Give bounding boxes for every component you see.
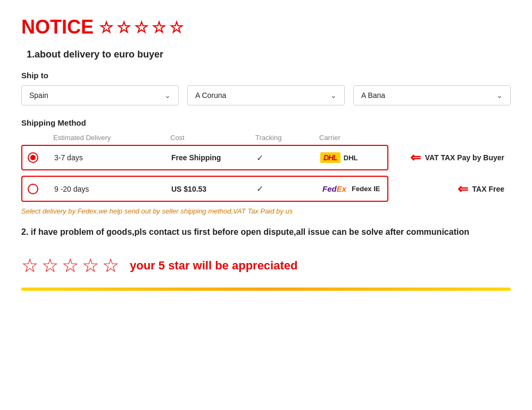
radio-button-dhl[interactable] xyxy=(28,152,38,163)
country-value: Spain xyxy=(29,91,48,100)
notice-title: NOTICE ☆ ☆ ☆ ☆ ☆ xyxy=(21,16,511,38)
section1-heading: 1.about delivery to euro buyer xyxy=(27,49,511,60)
arrow-left-icon-2: ⇐ xyxy=(458,182,468,196)
vat-tax-label: ⇐ VAT TAX Pay by Buyer xyxy=(410,150,504,165)
table-row[interactable]: 9 -20 days US $10.53 ✓ FedEx Fedex IE ⇐ … xyxy=(21,176,388,202)
delivery-days-dhl: 3-7 days xyxy=(54,153,171,162)
star-icon-3: ☆ xyxy=(134,18,148,37)
table-row[interactable]: 3-7 days Free Shipping ✓ DHL DHL ⇐ VAT T… xyxy=(21,145,388,170)
bottom-star-1: ☆ xyxy=(21,255,38,277)
chevron-down-icon: ⌄ xyxy=(496,91,503,100)
bottom-star-5: ☆ xyxy=(102,255,119,277)
cost-dhl: Free Shipping xyxy=(171,153,256,162)
col-estimated-delivery: Estimated Delivery xyxy=(53,134,170,142)
col-cost: Cost xyxy=(170,134,255,142)
city-dropdown[interactable]: A Bana ⌄ xyxy=(353,85,511,105)
chevron-down-icon: ⌄ xyxy=(330,91,337,100)
col-tracking: Tracking xyxy=(255,134,319,142)
shipping-method-label: Shipping Method xyxy=(21,118,511,127)
region-value: A Coruna xyxy=(195,91,226,100)
carrier-name-dhl: DHL xyxy=(344,154,358,162)
delivery-days-fedex: 9 -20 days xyxy=(54,185,171,193)
dhl-logo: DHL xyxy=(320,152,340,163)
ship-to-label: Ship to xyxy=(21,71,511,80)
bottom-section: ☆ ☆ ☆ ☆ ☆ your 5 star will be appreciate… xyxy=(21,255,511,277)
bottom-star-3: ☆ xyxy=(62,255,79,277)
carrier-name-fedex: Fedex IE xyxy=(352,185,380,193)
col-carrier: Carrier xyxy=(319,134,426,142)
fedex-logo: FedEx xyxy=(320,183,348,194)
fedex-note: Select delivery by Fedex,we help send ou… xyxy=(21,207,511,215)
vat-tax-text: VAT TAX Pay by Buyer xyxy=(425,153,504,162)
bottom-star-2: ☆ xyxy=(41,255,59,277)
title-stars: ☆ ☆ ☆ ☆ ☆ xyxy=(99,18,184,37)
city-value: A Bana xyxy=(361,91,385,100)
arrow-left-icon: ⇐ xyxy=(410,150,421,165)
tax-free-label: ⇐ TAX Free xyxy=(458,182,504,196)
star-icon-2: ☆ xyxy=(117,18,131,37)
check-icon-dhl: ✓ xyxy=(256,153,320,163)
chevron-down-icon: ⌄ xyxy=(164,91,171,100)
dropdowns-row: Spain ⌄ A Coruna ⌄ A Bana ⌄ xyxy=(21,85,511,105)
radio-button-fedex[interactable] xyxy=(28,184,38,194)
page-container: NOTICE ☆ ☆ ☆ ☆ ☆ 1.about delivery to eur… xyxy=(21,16,511,291)
tax-free-text: TAX Free xyxy=(472,185,504,193)
check-icon-fedex: ✓ xyxy=(256,184,320,194)
carrier-fedex: FedEx Fedex IE xyxy=(320,183,427,194)
shipping-rows-container: 3-7 days Free Shipping ✓ DHL DHL ⇐ VAT T… xyxy=(21,145,388,202)
star-icon-5: ☆ xyxy=(169,18,184,37)
section2-text: 2. if have problem of goods,pls contact … xyxy=(21,226,511,239)
star-icon-1: ☆ xyxy=(99,18,113,37)
country-dropdown[interactable]: Spain ⌄ xyxy=(21,85,179,105)
gold-bar xyxy=(21,288,511,291)
table-header: Estimated Delivery Cost Tracking Carrier xyxy=(21,134,511,142)
notice-label: NOTICE xyxy=(21,16,94,38)
star-icon-4: ☆ xyxy=(152,18,166,37)
bottom-star-4: ☆ xyxy=(82,255,99,277)
region-dropdown[interactable]: A Coruna ⌄ xyxy=(187,85,345,105)
appreciation-stars: ☆ ☆ ☆ ☆ ☆ xyxy=(21,255,119,277)
appreciation-text: your 5 star will be appreciated xyxy=(130,259,297,273)
cost-fedex: US $10.53 xyxy=(171,185,256,193)
